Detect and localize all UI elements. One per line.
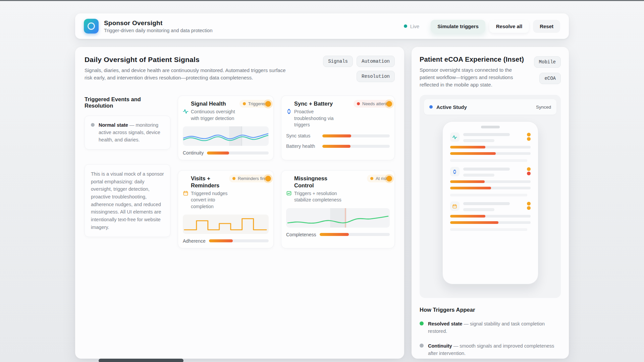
event-state-card: Normal state — monitoring active across … (85, 116, 170, 149)
completeness-bar-fill (320, 233, 349, 236)
battery-health-label: Battery health (286, 143, 319, 149)
watch-icon (450, 167, 460, 176)
adherence-bar-fill (209, 239, 233, 242)
trigger-legend-item: Continuity — smooth signals and improved… (420, 343, 561, 357)
sync-status-bar-track (322, 134, 390, 137)
missingness-control-card: At risk Missingness Control Triggers + r… (281, 170, 395, 248)
metric-label: Adherence (183, 238, 206, 244)
platform-chips: Mobile eCOA (534, 56, 561, 84)
card-description: Triggers + resolution stabilize complete… (294, 190, 346, 203)
badge-dot-icon (243, 102, 246, 105)
left-panel-title: Daily Oversight of Patient Signals (85, 56, 291, 64)
visits-reminders-card: Reminders fired Visits + Reminders Trigg… (178, 170, 274, 248)
right-panel-title: Patient eCOA Experience (Inset) (420, 56, 524, 63)
phone-task-group (450, 167, 531, 196)
sync-battery-badge: Needs attention (354, 100, 391, 108)
alert-dot-icon (527, 206, 531, 210)
legend-text: Resolved state — signal stability and ta… (428, 320, 561, 335)
visits-reminders-badge: Reminders fired (229, 175, 270, 182)
badge-dot-icon (357, 102, 360, 105)
app-title: Sponsor Oversight (104, 19, 398, 27)
chip-ecoa[interactable]: eCOA (539, 73, 561, 84)
placeholder-text-lines (463, 132, 523, 142)
triggered-events-column: Triggered Events and Resolution Normal s… (85, 96, 170, 248)
completeness-bar-track (320, 233, 390, 236)
calendar-icon (450, 201, 460, 211)
card-description: Continuous oversight with trigger detect… (191, 109, 238, 122)
live-status: Live (404, 23, 420, 29)
simulate-triggers-button[interactable]: Simulate triggers (431, 20, 485, 33)
card-title: Signal Health (191, 100, 235, 107)
horizontal-scrollbar-thumb[interactable] (99, 359, 183, 362)
card-title: Sync + Battery (294, 100, 338, 107)
resolved-dot-icon (420, 321, 424, 325)
study-dot-icon (429, 105, 433, 109)
ecoa-experience-panel: Patient eCOA Experience (Inset) Sponsor … (412, 47, 569, 359)
progress-fill (450, 180, 485, 183)
chip-signals[interactable]: Signals (323, 56, 353, 67)
card-title: Visits + Reminders (191, 175, 235, 189)
trigger-bubble-icon (386, 176, 392, 181)
placeholder-divider (450, 159, 527, 162)
alert-dot-icon (527, 202, 531, 205)
battery-health-bar-track (322, 145, 390, 148)
signal-health-card: Triggered Signal Health Continuous overs… (178, 96, 274, 160)
alert-dot-icon (527, 172, 531, 175)
badge-label: At risk (376, 176, 388, 181)
sync-status: Synced (536, 105, 551, 110)
daily-oversight-panel: Daily Oversight of Patient Signals Signa… (75, 47, 404, 359)
badge-dot-icon (370, 177, 373, 180)
active-study-bar: Active Study Synced (424, 99, 556, 115)
metric-label: Completeness (286, 232, 316, 237)
resolve-all-button[interactable]: Resolve all (489, 20, 529, 33)
badge-label: Triggered (248, 101, 267, 106)
sync-battery-card: Needs attention Sync + Battery Proactive… (281, 96, 395, 160)
sync-status-label: Sync status (286, 133, 319, 138)
legend-text: Continuity — smooth signals and improved… (428, 343, 561, 357)
alert-dot-icon (527, 167, 531, 171)
right-panel-heading: Patient eCOA Experience (Inset) Sponsor … (420, 56, 524, 88)
trigger-bubble-icon (265, 101, 271, 107)
left-panel-heading: Daily Oversight of Patient Signals Signa… (85, 56, 291, 81)
alert-dot-icon (527, 133, 531, 136)
card-title: Missingness Control (294, 175, 338, 189)
how-triggers-title: How Triggers Appear (420, 307, 561, 313)
progress-fill (450, 146, 486, 148)
notification-dots (527, 132, 531, 141)
adherence-bar-track (209, 239, 269, 242)
placeholder-divider (450, 228, 527, 231)
completeness-wave-chart (286, 208, 390, 228)
chip-resolution[interactable]: Resolution (357, 71, 395, 82)
reset-button[interactable]: Reset (533, 20, 560, 33)
app-subtitle: Trigger-driven daily monitoring and data… (104, 28, 398, 33)
badge-dot-icon (232, 177, 235, 180)
chip-automation[interactable]: Automation (357, 56, 395, 67)
continuity-dot-icon (420, 344, 424, 348)
missingness-badge: At risk (367, 175, 391, 182)
event-state-title: Normal state (99, 122, 128, 128)
progress-fill (450, 152, 496, 155)
trigger-bubble-icon (386, 101, 392, 107)
trigger-legend-item: Resolved state — signal stability and ta… (420, 320, 561, 335)
window-top-edge (0, 0, 644, 1)
left-panel-description: Signals, diaries, and device health are … (85, 67, 291, 81)
live-label: Live (410, 23, 420, 29)
signal-wave-chart (183, 126, 269, 146)
badge-label: Reminders fired (238, 176, 269, 181)
progress-fill (450, 215, 486, 218)
progress-fill (450, 187, 491, 189)
progress-fill (450, 221, 498, 224)
live-dot-icon (404, 24, 407, 28)
legend-title: Continuity (428, 343, 452, 349)
placeholder-divider (450, 194, 527, 196)
mobile-inset-panel: Active Study Synced (420, 95, 561, 298)
event-state-text: Normal state — monitoring active across … (99, 122, 164, 143)
sync-status-bar-fill (322, 134, 351, 137)
signal-health-badge: Triggered (239, 100, 270, 108)
notification-dots (527, 201, 531, 210)
card-description: Triggered nudges convert into completion (191, 190, 238, 210)
study-label: Active Study (436, 104, 532, 110)
state-dot-icon (91, 123, 95, 127)
pulse-icon (450, 132, 460, 142)
chip-mobile[interactable]: Mobile (534, 56, 561, 68)
